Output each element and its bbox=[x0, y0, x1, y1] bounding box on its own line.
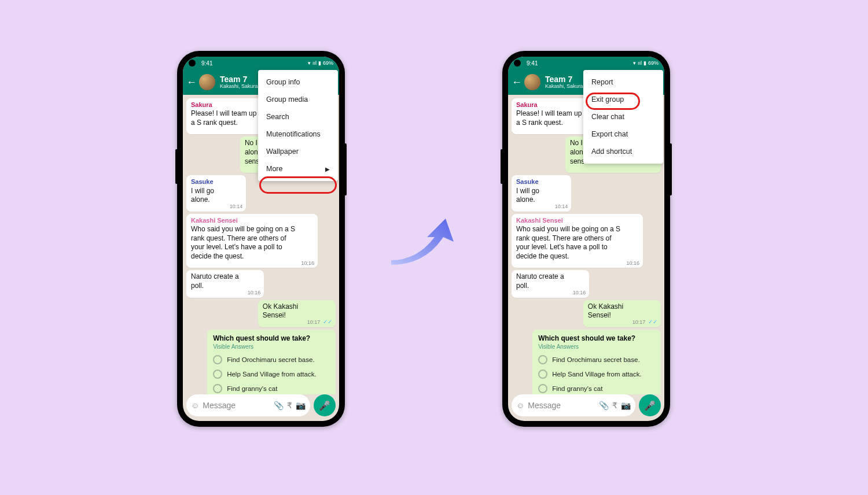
menu-item-clear-chat[interactable]: Clear chat bbox=[583, 108, 663, 125]
message-out[interactable]: Ok Kakashi Sensei! 10:17 ✓✓ bbox=[258, 300, 336, 327]
emoji-icon[interactable]: ☺ bbox=[191, 401, 199, 410]
menu-item-search[interactable]: Search bbox=[258, 108, 338, 125]
camera-hole-icon bbox=[514, 60, 521, 67]
input-bar: ☺ Message 📎 ₹ 📷 🎤 bbox=[186, 394, 336, 416]
phone-left: 9:41 ▾ ııl ▮ 69% ← Team 7 Kakashi, Sakur… bbox=[177, 51, 345, 427]
attach-icon[interactable]: 📎 bbox=[599, 401, 609, 410]
menu-item-export-chat[interactable]: Export chat bbox=[583, 125, 663, 143]
radio-icon[interactable] bbox=[538, 384, 547, 393]
screen-right: 9:41 ▾ ııl ▮ 69% ← Team 7 Kakashi, Sakur… bbox=[508, 57, 664, 421]
poll-option[interactable]: Find granny's cat bbox=[538, 384, 655, 393]
menu-item-wallpaper[interactable]: Wallpaper bbox=[258, 143, 338, 160]
poll-visible-label: Visible Answers bbox=[213, 343, 330, 350]
message-time: 10:16 bbox=[301, 260, 315, 267]
camera-icon[interactable]: 📷 bbox=[296, 401, 306, 410]
poll-card[interactable]: Which quest should we take? Visible Answ… bbox=[532, 330, 661, 394]
message-in[interactable]: Kakashi Sensei Who said you will be goin… bbox=[186, 214, 318, 268]
sender-name: Sasuke bbox=[191, 178, 241, 186]
back-icon[interactable]: ← bbox=[512, 76, 522, 88]
radio-icon[interactable] bbox=[213, 355, 222, 364]
poll-question: Which quest should we take? bbox=[213, 334, 330, 342]
status-bar: 9:41 ▾ ııl ▮ 69% bbox=[508, 57, 664, 69]
menu-item-mute[interactable]: Mutenotifications bbox=[258, 125, 338, 143]
mic-button[interactable]: 🎤 bbox=[639, 394, 661, 416]
input-placeholder: Message bbox=[528, 401, 561, 410]
poll-visible-label: Visible Answers bbox=[538, 343, 655, 350]
input-bar: ☺ Message 📎 ₹ 📷 🎤 bbox=[512, 394, 661, 416]
sender-name: Kakashi Sensei bbox=[516, 216, 638, 224]
overflow-menu: Group info Group media Search Mutenotifi… bbox=[258, 70, 338, 181]
screen-left: 9:41 ▾ ııl ▮ 69% ← Team 7 Kakashi, Sakur… bbox=[183, 57, 339, 421]
transition-arrow-icon bbox=[385, 214, 466, 266]
message-time: 10:16 bbox=[248, 290, 261, 297]
message-time: 10:16 bbox=[573, 290, 586, 297]
poll-option[interactable]: Help Sand Village from attack. bbox=[213, 370, 330, 379]
sender-name: Sasuke bbox=[516, 178, 567, 186]
signal-icon: ııl bbox=[312, 60, 317, 66]
radio-icon[interactable] bbox=[538, 355, 547, 364]
menu-item-group-info[interactable]: Group info bbox=[258, 73, 338, 91]
message-input[interactable]: ☺ Message 📎 ₹ 📷 bbox=[512, 394, 635, 416]
poll-option-label: Find Orochimaru secret base. bbox=[552, 356, 639, 363]
status-time: 9:41 bbox=[201, 60, 212, 67]
menu-item-group-media[interactable]: Group media bbox=[258, 91, 338, 108]
poll-option-label: Find Orochimaru secret base. bbox=[227, 356, 314, 363]
message-in[interactable]: Sasuke I will go alone. 10:14 bbox=[186, 175, 246, 211]
group-avatar[interactable] bbox=[524, 74, 540, 90]
back-icon[interactable]: ← bbox=[186, 76, 197, 88]
radio-icon[interactable] bbox=[538, 370, 547, 379]
poll-option[interactable]: Find Orochimaru secret base. bbox=[538, 355, 655, 364]
poll-option[interactable]: Find Orochimaru secret base. bbox=[213, 355, 330, 364]
sender-name: Kakashi Sensei bbox=[191, 216, 313, 224]
poll-option[interactable]: Help Sand Village from attack. bbox=[538, 370, 655, 379]
read-check-icon: ✓✓ bbox=[321, 319, 332, 325]
message-text: Who said you will be going on a S rank q… bbox=[191, 225, 313, 265]
signal-icon: ııl bbox=[638, 60, 642, 66]
chevron-right-icon: ▶ bbox=[325, 166, 330, 172]
mic-icon: 🎤 bbox=[319, 400, 330, 411]
message-out[interactable]: Ok Kakashi Sensei! 10:17 ✓✓ bbox=[583, 300, 661, 327]
attach-icon[interactable]: 📎 bbox=[274, 401, 284, 410]
wifi-icon: ▾ bbox=[633, 60, 636, 66]
message-in[interactable]: Naruto create a poll. 10:16 bbox=[512, 270, 589, 297]
group-avatar[interactable] bbox=[199, 74, 215, 90]
menu-item-add-shortcut[interactable]: Add shortcut bbox=[583, 143, 663, 160]
battery-icon: ▮ bbox=[318, 60, 321, 66]
menu-item-report[interactable]: Report bbox=[583, 73, 663, 91]
poll-option-label: Help Sand Village from attack. bbox=[227, 371, 316, 378]
message-time: 10:14 bbox=[555, 204, 568, 210]
read-check-icon: ✓✓ bbox=[646, 319, 657, 325]
phone-right: 9:41 ▾ ııl ▮ 69% ← Team 7 Kakashi, Sakur… bbox=[502, 51, 670, 427]
message-time: 10:17 ✓✓ bbox=[307, 318, 332, 326]
message-time: 10:16 bbox=[627, 260, 640, 267]
camera-icon[interactable]: 📷 bbox=[621, 401, 631, 410]
menu-item-more[interactable]: More▶ bbox=[258, 160, 338, 178]
message-in[interactable]: Sasuke I will go alone. 10:14 bbox=[512, 175, 571, 211]
poll-option-label: Find granny's cat bbox=[227, 385, 277, 392]
battery-pct: 69% bbox=[323, 60, 333, 66]
radio-icon[interactable] bbox=[213, 384, 222, 393]
radio-icon[interactable] bbox=[213, 370, 222, 379]
message-input[interactable]: ☺ Message 📎 ₹ 📷 bbox=[186, 394, 310, 416]
more-submenu: Report Exit group Clear chat Export chat… bbox=[583, 70, 663, 164]
message-time: 10:17 ✓✓ bbox=[632, 318, 657, 326]
message-text: Who said you will be going on a S rank q… bbox=[516, 225, 638, 265]
poll-option[interactable]: Find granny's cat bbox=[213, 384, 330, 393]
message-in[interactable]: Kakashi Sensei Who said you will be goin… bbox=[512, 214, 643, 268]
status-time: 9:41 bbox=[527, 60, 538, 67]
emoji-icon[interactable]: ☺ bbox=[516, 401, 524, 410]
poll-card[interactable]: Which quest should we take? Visible Answ… bbox=[207, 330, 336, 394]
poll-option-label: Find granny's cat bbox=[552, 385, 602, 392]
battery-icon: ▮ bbox=[643, 60, 646, 66]
message-in[interactable]: Naruto create a poll. 10:16 bbox=[186, 270, 264, 297]
message-time: 10:14 bbox=[230, 204, 243, 210]
coin-icon[interactable]: ₹ bbox=[612, 401, 617, 410]
input-placeholder: Message bbox=[203, 401, 236, 410]
battery-pct: 69% bbox=[648, 60, 659, 66]
coin-icon[interactable]: ₹ bbox=[287, 401, 292, 410]
mic-icon: 🎤 bbox=[644, 400, 656, 411]
camera-hole-icon bbox=[189, 60, 196, 67]
wifi-icon: ▾ bbox=[308, 60, 311, 66]
mic-button[interactable]: 🎤 bbox=[314, 394, 336, 416]
menu-item-exit-group[interactable]: Exit group bbox=[583, 91, 663, 108]
